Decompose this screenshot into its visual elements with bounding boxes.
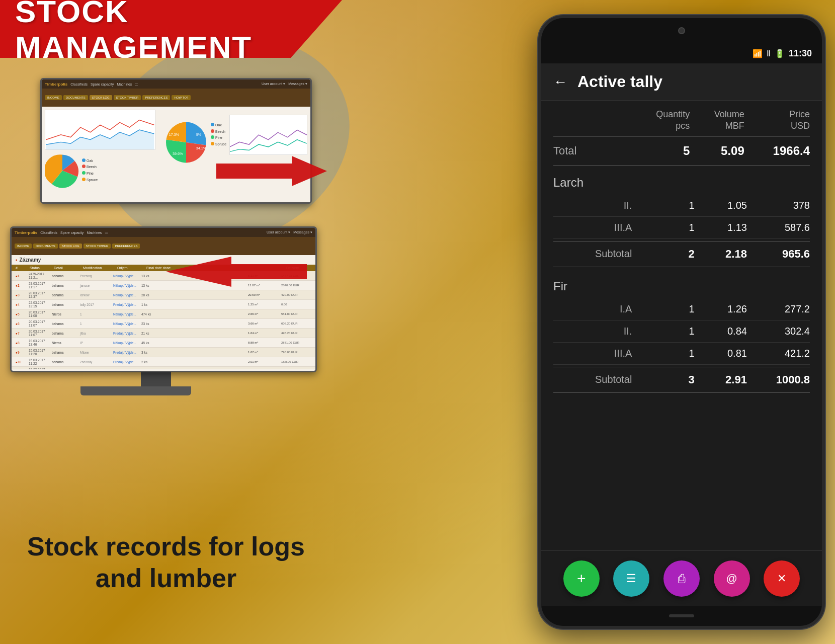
- toolbar-preferences[interactable]: PREFERENCES: [142, 95, 170, 100]
- toolbar-documents[interactable]: DOCUMENTS: [63, 95, 88, 100]
- red-banner: STOCK MANAGEMENT: [0, 0, 342, 58]
- table-row: ●11 15.03.2017 11:22 bahama tally 1 Pred…: [12, 367, 315, 369]
- svg-marker-6: [166, 257, 307, 287]
- phone-top-bar: [541, 18, 822, 43]
- total-label: Total: [553, 144, 635, 157]
- bottom-toolbar-preferences[interactable]: PREFERENCES: [112, 244, 140, 249]
- bottom-nav-classifieds: Classifieds: [40, 231, 57, 234]
- toolbar-stocklog[interactable]: STOCK LOG: [90, 95, 112, 100]
- bottom-nav-grid: :::: [105, 231, 108, 234]
- fir-vol-1: 1.26: [695, 303, 747, 315]
- fab-add-button[interactable]: +: [563, 560, 600, 597]
- fir-subtotal-label: Subtotal: [553, 374, 642, 385]
- phone-camera: [678, 27, 685, 34]
- bottom-nav-spare: Spare capacity: [60, 231, 84, 234]
- desktop-monitor-bottom: Timberpolis Classifieds Spare capacity M…: [10, 226, 317, 372]
- screen-title: Active tally: [577, 72, 662, 91]
- pie-chart-left: [45, 153, 80, 188]
- larch-subtotal-vol: 2.18: [695, 248, 747, 261]
- svg-text:39.6%: 39.6%: [173, 151, 183, 156]
- fir-row-3: III.A 1 0.81 421.2: [553, 343, 810, 365]
- back-button[interactable]: ←: [553, 74, 567, 90]
- status-time: 11:30: [789, 48, 812, 59]
- svg-marker-0: [46, 130, 154, 149]
- col-detail: Detail: [54, 266, 79, 270]
- total-price: 1966.4: [744, 144, 810, 158]
- table-row: ●8 19.03.2017 13:46 Nieros IP Nákup / Vý…: [12, 338, 315, 348]
- col-header-price: PriceUSD: [744, 109, 810, 132]
- fab-close-button[interactable]: ✕: [764, 560, 800, 597]
- toolbar-stocktimber[interactable]: STOCK TIMBER: [114, 95, 141, 100]
- bottom-toolbar-stocktimber[interactable]: STOCK TIMBER: [84, 244, 111, 249]
- table-row: ●10 15.03.2017 11:22 bahama 2nd tally Pr…: [12, 357, 315, 367]
- larch-grade-2: III.A: [553, 222, 642, 233]
- top-nav-grid: :::: [135, 83, 138, 86]
- toolbar-income[interactable]: INCOME: [45, 95, 62, 100]
- bottom-toolbar-income[interactable]: INCOME: [15, 244, 32, 249]
- larch-section-header: Larch: [553, 166, 810, 195]
- svg-text:17.3%: 17.3%: [169, 132, 180, 137]
- larch-vol-2: 1.13: [695, 222, 747, 233]
- svg-text:9%: 9%: [196, 132, 202, 137]
- app-title: STOCK MANAGEMENT: [15, 0, 342, 65]
- fir-section-header: Fir: [553, 269, 810, 298]
- fir-vol-3: 0.81: [695, 348, 747, 359]
- fir-qty-1: 1: [642, 303, 694, 315]
- pie-chart-right: 9% 34.1% 39.6% 17.3%: [163, 120, 209, 165]
- total-row: Total 5 5.09 1966.4: [553, 137, 810, 166]
- fab-print-button[interactable]: ⎙: [663, 560, 700, 597]
- fir-qty-2: 1: [642, 326, 694, 337]
- top-nav-machines: Machines: [117, 83, 132, 86]
- toolbar-howto[interactable]: HOW TO?: [172, 95, 191, 100]
- larch-subtotal-label: Subtotal: [553, 248, 642, 260]
- fab-email-button[interactable]: @: [714, 560, 750, 597]
- bottom-toolbar-stocklog[interactable]: STOCK LOG: [59, 244, 82, 249]
- phone-screen: ← Active tally Quantitypcs VolumeMBF Pri…: [541, 63, 822, 606]
- col-hash: #: [16, 266, 26, 270]
- bottom-toolbar-documents[interactable]: DOCUMENTS: [33, 244, 58, 249]
- fir-price-1: 277.2: [747, 303, 810, 315]
- svg-text:34.1%: 34.1%: [196, 146, 207, 150]
- larch-qty-1: 1: [642, 200, 694, 211]
- fir-grade-2: II.: [553, 326, 642, 337]
- col-header-qty: Quantitypcs: [635, 109, 690, 132]
- arrow-right: [216, 151, 327, 191]
- larch-subtotal-row: Subtotal 2 2.18 965.6: [553, 241, 810, 267]
- fab-list-button[interactable]: ☰: [613, 560, 649, 597]
- bottom-nav-machines: Machines: [87, 231, 102, 234]
- larch-qty-2: 1: [642, 222, 694, 233]
- signal-icon: Ⅱ: [767, 49, 771, 58]
- wifi-icon: 📶: [753, 49, 763, 58]
- fir-qty-3: 1: [642, 348, 694, 359]
- fir-row-2: II. 1 0.84 302.4: [553, 320, 810, 343]
- total-vol: 5.09: [690, 144, 744, 158]
- table-row: ●9 15.03.2017 11:20 bahama Mlsee Predaj …: [12, 348, 315, 357]
- fir-subtotal-qty: 3: [642, 373, 694, 386]
- phone-bottom: [541, 606, 822, 626]
- fir-subtotal-vol: 2.91: [695, 373, 747, 386]
- tagline: Stock records for logs and lumber: [15, 531, 317, 594]
- table-row: ●6 20.03.2017 11:07 bahama 1 Nákup / Výj…: [12, 319, 315, 329]
- table-row: ●7 20.03.2017 11:07 bahama jitka Predaj …: [12, 329, 315, 338]
- phone-fab-bar: + ☰ ⎙ @ ✕: [541, 550, 822, 606]
- fir-price-2: 302.4: [747, 326, 810, 337]
- fir-vol-2: 0.84: [695, 326, 747, 337]
- larch-grade-1: II.: [553, 200, 642, 211]
- tally-table: Quantitypcs VolumeMBF PriceUSD Total 5 5…: [553, 101, 810, 393]
- top-nav-classifieds: Classifieds: [70, 83, 88, 86]
- larch-subtotal-qty: 2: [642, 248, 694, 261]
- phone-body: 📶 Ⅱ 🔋 11:30 ← Active tally Quantitypcs V…: [538, 15, 825, 629]
- larch-row-2: III.A 1 1.13 587.6: [553, 217, 810, 239]
- fir-grade-1: I.A: [553, 303, 642, 315]
- larch-price-1: 378: [747, 200, 810, 211]
- phone-content[interactable]: Quantitypcs VolumeMBF PriceUSD Total 5 5…: [541, 101, 822, 550]
- top-monitor-logo: Timberpolis: [45, 82, 67, 87]
- col-header-vol: VolumeMBF: [690, 109, 744, 132]
- col-odjem: Odjem: [117, 266, 142, 270]
- larch-subtotal-price: 965.6: [747, 248, 810, 261]
- fir-subtotal-price: 1000.8: [747, 373, 810, 386]
- fir-grade-3: III.A: [553, 348, 642, 359]
- fir-price-3: 421.2: [747, 348, 810, 359]
- total-qty: 5: [635, 144, 690, 158]
- tally-header-row: Quantitypcs VolumeMBF PriceUSD: [553, 101, 810, 137]
